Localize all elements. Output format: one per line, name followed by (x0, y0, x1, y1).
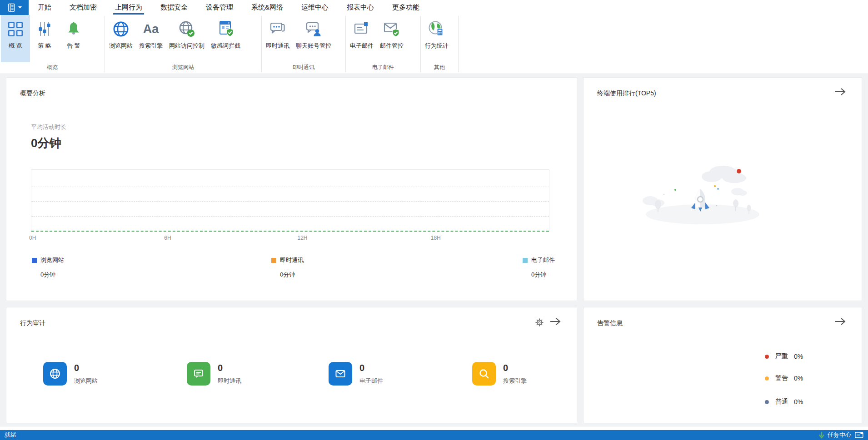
legend-name: 电子邮件 (531, 256, 555, 264)
document-shield-icon (217, 20, 235, 38)
task-center-button[interactable]: 任务中心 (818, 430, 851, 440)
chart-legend: 浏览网站 0分钟 即时通讯 0分钟 电子邮件 0分钟 (32, 256, 555, 283)
overview-grid-icon (6, 20, 25, 38)
chart-gridline (31, 187, 549, 187)
avg-activity-label: 平均活动时长 (31, 123, 66, 131)
stat-tile-im[interactable]: 0 即时通讯 (187, 362, 241, 386)
download-arrow-icon (818, 431, 825, 439)
legend-item-im[interactable]: 即时通讯 0分钟 (271, 256, 304, 279)
mail-icon (329, 362, 352, 386)
ribbon-button-label: 电子邮件 (350, 42, 374, 50)
ribbon-group-overview: 概 览 策 略 (0, 15, 105, 74)
alert-label: 警告 (775, 374, 788, 382)
ribbon-button-label: 告 警 (67, 42, 80, 50)
app-logo-icon (7, 3, 16, 12)
ribbon-button-sensitive-word-block[interactable]: 敏感词拦截 (208, 15, 244, 62)
ribbon-button-label: 网站访问控制 (169, 42, 205, 50)
stat-tile-email[interactable]: 0 电子邮件 (329, 362, 383, 386)
chart-zero-line (31, 231, 549, 232)
avg-activity-value: 0分钟 (31, 135, 61, 151)
x-tick: 18H (431, 235, 441, 241)
legend-item-email[interactable]: 电子邮件 0分钟 (523, 256, 555, 279)
ribbon-button-mail-control[interactable]: 邮件管控 (377, 15, 407, 62)
app-menu-button[interactable] (0, 0, 29, 15)
ribbon-divider (458, 16, 459, 72)
chart-gridline (31, 201, 549, 202)
stat-label: 搜索引擎 (503, 377, 527, 385)
card-title: 行为审计 (20, 319, 45, 327)
arrow-right-icon[interactable] (834, 317, 846, 327)
stat-value: 0 (218, 363, 241, 373)
ribbon-toolbar: 概 览 策 略 (0, 15, 868, 74)
ribbon-button-behavior-statistics[interactable]: 行为统计 (422, 15, 452, 62)
ribbon-button-instant-messaging[interactable]: 即时通讯 (263, 15, 293, 62)
stat-tile-browse[interactable]: 0 浏览网站 (43, 362, 98, 386)
menu-item-ops-center[interactable]: 运维中心 (292, 0, 338, 15)
menu-item-device-mgmt[interactable]: 设备管理 (197, 0, 242, 15)
ribbon-group-label: 概览 (0, 62, 105, 74)
legend-name: 即时通讯 (280, 256, 304, 264)
ribbon-button-label: 邮件管控 (380, 42, 404, 50)
legend-name: 浏览网站 (40, 256, 64, 264)
ribbon-button-alert[interactable]: 告 警 (59, 15, 88, 62)
behavior-audit-card: 行为审计 (6, 307, 577, 423)
menu-item-system-network[interactable]: 系统&网络 (242, 0, 292, 15)
alert-info-card: 告警信息 严重 0% 警告 0% 普通 0% (583, 307, 862, 423)
stat-value: 0 (74, 363, 98, 373)
menu-bar: 开始 文档加密 上网行为 数据安全 设备管理 系统&网络 运维中心 报表中心 更… (0, 0, 868, 15)
ribbon-button-policy[interactable]: 策 略 (30, 15, 59, 62)
task-window-icon[interactable] (855, 432, 863, 438)
legend-item-browse[interactable]: 浏览网站 0分钟 (32, 256, 64, 279)
ribbon-button-label: 敏感词拦截 (211, 42, 240, 50)
ribbon-button-label: 即时通讯 (266, 42, 289, 50)
bell-icon (65, 20, 83, 38)
ribbon-button-site-access-control[interactable]: 网站访问控制 (166, 15, 208, 62)
ribbon-button-chat-account-control[interactable]: 聊天账号管控 (293, 15, 334, 62)
ribbon-group-label: 电子邮件 (346, 62, 420, 74)
gear-icon[interactable] (535, 318, 544, 329)
menu-item-report-center[interactable]: 报表中心 (338, 0, 383, 15)
globe-icon (112, 20, 130, 38)
stat-tile-search[interactable]: 0 搜索引擎 (472, 362, 527, 386)
task-center-label: 任务中心 (828, 430, 851, 440)
menu-item-more-features[interactable]: 更多功能 (383, 0, 429, 15)
empty-state-rocket-illustration (637, 161, 773, 224)
menu-item-start[interactable]: 开始 (29, 0, 60, 15)
menu-item-web-behavior[interactable]: 上网行为 (106, 0, 151, 15)
menu-item-data-security[interactable]: 数据安全 (151, 0, 197, 15)
alert-legend-warning: 警告 0% (765, 374, 803, 383)
alert-value: 0% (794, 398, 803, 405)
alert-value: 0% (794, 375, 803, 382)
x-tick: 12H (297, 235, 307, 241)
x-tick: 0H (29, 235, 36, 241)
ribbon-button-label: 浏览网站 (109, 42, 133, 50)
x-tick: 6H (164, 235, 171, 241)
legend-value: 0分钟 (531, 271, 555, 279)
terminal-ranking-card: 终端使用排行(TOP5) (583, 77, 862, 301)
legend-value: 0分钟 (280, 271, 304, 279)
legend-marker (523, 258, 528, 263)
card-title: 概要分析 (20, 89, 45, 98)
alert-label: 普通 (775, 398, 788, 406)
arrow-right-icon[interactable] (549, 317, 561, 327)
aa-text-icon: Aa (142, 20, 160, 38)
stat-label: 电子邮件 (359, 377, 383, 385)
dashboard-content: 概要分析 平均活动时长 0分钟 0H 6H 12H 18H 浏览网站 0分钟 (0, 74, 868, 426)
alert-legend-critical: 严重 0% (765, 352, 803, 361)
arrow-right-icon[interactable] (834, 88, 846, 98)
ribbon-button-search-engine[interactable]: Aa 搜索引擎 (136, 15, 166, 62)
ribbon-button-overview[interactable]: 概 览 (1, 15, 30, 62)
ribbon-button-label: 策 略 (38, 42, 51, 50)
ribbon-button-email[interactable]: 电子邮件 (347, 15, 377, 62)
ribbon-button-browse-web[interactable]: 浏览网站 (106, 15, 136, 62)
menu-item-doc-encrypt[interactable]: 文档加密 (60, 0, 106, 15)
globe-stats-icon (428, 20, 446, 38)
ribbon-group-im: 即时通讯 聊天账号管控 即时通讯 (262, 15, 345, 74)
svg-text:Aa: Aa (143, 22, 159, 36)
ribbon-button-label: 行为统计 (425, 42, 449, 50)
alert-dot (765, 376, 769, 381)
search-icon (472, 362, 496, 386)
legend-value: 0分钟 (40, 271, 64, 279)
alert-label: 严重 (775, 352, 788, 361)
dropdown-caret-icon (18, 6, 22, 9)
